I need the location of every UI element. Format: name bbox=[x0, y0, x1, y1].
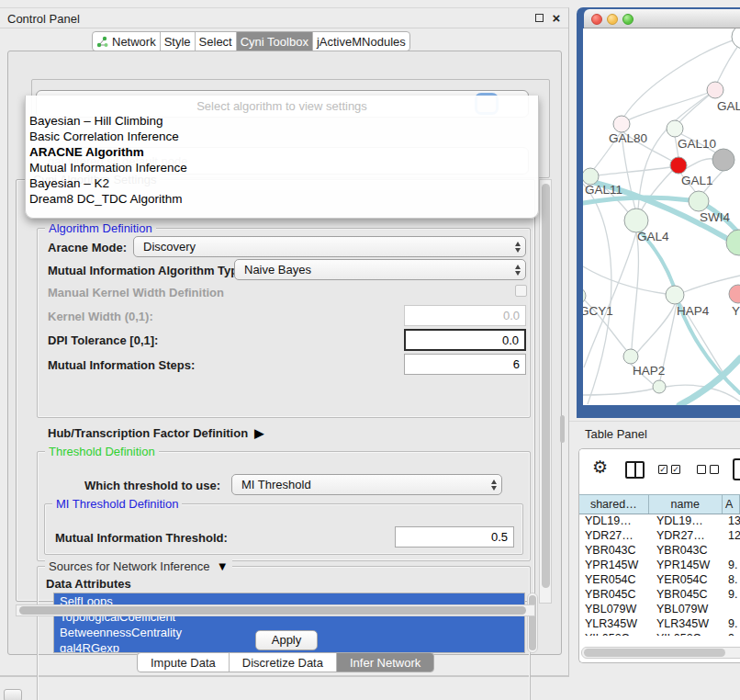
combo-stepper-icon bbox=[487, 475, 501, 494]
table-row[interactable]: YDR27…YDR27…12 bbox=[579, 529, 740, 544]
select-all-columns-icon[interactable]: ✓✓ bbox=[658, 465, 680, 474]
table-header-row: shared… name A bbox=[579, 494, 740, 514]
mi-threshold-field[interactable]: 0.5 bbox=[395, 526, 514, 548]
tab-infer-network[interactable]: Infer Network bbox=[337, 653, 433, 672]
dropdown-item[interactable]: Mutual Information Inference bbox=[26, 160, 538, 175]
chevron-right-icon[interactable]: ▶ bbox=[252, 426, 264, 440]
mac-zoom-icon[interactable] bbox=[622, 14, 633, 25]
dropdown-prompt: Select algorithm to view settings bbox=[26, 96, 538, 113]
gear-icon[interactable]: ⚙ bbox=[592, 457, 608, 478]
table-cell: YPR145W bbox=[656, 559, 724, 571]
column-header[interactable]: shared… bbox=[579, 495, 649, 514]
table-row[interactable]: YDL19…YDL19…13 bbox=[579, 514, 740, 529]
table-cell: YBR043C bbox=[656, 544, 724, 557]
node-label-gal11: GAL11 bbox=[585, 183, 622, 197]
tab-label: jActiveMNodules bbox=[317, 35, 406, 49]
node-gal10[interactable] bbox=[667, 120, 683, 137]
table-row[interactable]: YBR043CYBR043C bbox=[579, 544, 740, 559]
node-swi4[interactable] bbox=[689, 191, 709, 211]
control-panel-titlebar: Control Panel × bbox=[0, 8, 568, 28]
mi-threshold-label: Mutual Information Threshold: bbox=[55, 531, 228, 545]
table-row[interactable]: YBR045CYBR045C9. bbox=[579, 588, 740, 603]
tab-style[interactable]: Style bbox=[161, 32, 196, 51]
float-window-icon[interactable] bbox=[535, 13, 546, 24]
sources-group-title[interactable]: Sources for Network Inference ▼ bbox=[45, 559, 232, 573]
combo-stepper-icon bbox=[510, 237, 525, 256]
node-label-hap4: HAP4 bbox=[677, 304, 710, 318]
hub-definition-label[interactable]: Hub/Transcription Factor Definition ▶ bbox=[48, 426, 263, 440]
dropdown-item-list: Bayesian – Hill ClimbingBasic Correlatio… bbox=[26, 113, 538, 207]
dropdown-item[interactable]: Basic Correlation Inference bbox=[26, 129, 538, 144]
node-gray-node[interactable] bbox=[712, 149, 734, 171]
tab-discretize-data[interactable]: Discretize Data bbox=[230, 653, 337, 672]
table-cell: YER054C bbox=[585, 573, 653, 586]
tab-network[interactable]: Network bbox=[93, 32, 161, 51]
dpi-tolerance-label: DPI Tolerance [0,1]: bbox=[48, 333, 158, 347]
table-row[interactable]: YIL052CYIL052C9 bbox=[579, 632, 740, 636]
node-big-green-node[interactable] bbox=[726, 230, 740, 255]
panel-splitter-handle[interactable] bbox=[560, 415, 565, 443]
table-body: YDL19…YDL19…13YDR27…YDR27…12YBR043CYBR04… bbox=[579, 514, 740, 636]
settings-horizontal-scrollbar[interactable] bbox=[16, 604, 535, 616]
tab-select[interactable]: Select bbox=[196, 32, 237, 51]
network-canvas[interactable]: GALGAL80GAL10GAL1GAL11SWI4GAL4GCY1HAP4YH… bbox=[583, 28, 740, 405]
mac-close-icon[interactable] bbox=[591, 14, 602, 25]
node-label-pink-node: GAL bbox=[717, 99, 740, 113]
tab-impute-data[interactable]: Impute Data bbox=[138, 653, 230, 672]
table-horizontal-scrollbar[interactable] bbox=[581, 647, 740, 659]
deselect-all-columns-icon[interactable] bbox=[697, 465, 719, 474]
aracne-mode-combo[interactable]: Discovery bbox=[133, 236, 526, 257]
combo-stepper-icon bbox=[510, 260, 525, 279]
kernel-width-label: Kernel Width (0,1): bbox=[48, 310, 153, 323]
table-cell: 8. bbox=[728, 573, 740, 586]
application-root: Control Panel × NetworkStyleSelectCyni T… bbox=[0, 0, 740, 700]
apply-button[interactable]: Apply bbox=[255, 630, 318, 650]
table-row[interactable]: YPR145WYPR145W9. bbox=[579, 559, 740, 573]
node-gal1[interactable] bbox=[670, 157, 687, 174]
network-window-titlebar[interactable] bbox=[584, 9, 740, 28]
control-panel-title: Control Panel bbox=[7, 12, 80, 26]
column-header[interactable]: A bbox=[723, 495, 740, 514]
table-row[interactable]: YBL079WYBL079W bbox=[579, 603, 740, 617]
node-corner-node[interactable] bbox=[732, 28, 740, 49]
mi-algorithm-type-combo[interactable]: Naive Bayes bbox=[234, 259, 526, 280]
node-hap2[interactable] bbox=[623, 349, 638, 364]
settings-vertical-scrollbar[interactable] bbox=[539, 179, 552, 604]
table-row[interactable]: YER054CYER054C8. bbox=[579, 573, 740, 588]
dpi-tolerance-field[interactable]: 0.0 bbox=[404, 329, 526, 351]
close-icon[interactable]: × bbox=[551, 13, 562, 24]
table-cell: YBL079W bbox=[585, 603, 653, 615]
tab-cyni-toolbox[interactable]: Cyni Toolbox bbox=[237, 32, 313, 51]
mi-steps-field[interactable]: 6 bbox=[404, 354, 526, 375]
node-label-gal1: GAL1 bbox=[681, 174, 713, 187]
table-row[interactable]: YLR345WYLR345W9. bbox=[579, 617, 740, 632]
manual-kernel-checkbox[interactable] bbox=[515, 285, 527, 297]
node-label-gcy1: GCY1 bbox=[583, 304, 613, 318]
dropdown-item[interactable]: Bayesian – Hill Climbing bbox=[26, 113, 538, 129]
node-label-salmon-node: Y bbox=[732, 304, 740, 318]
node-gal80[interactable] bbox=[613, 116, 630, 132]
cyni-toolbox-panel: gal-filtered sif default node Select alg… bbox=[7, 51, 562, 655]
chevron-down-icon[interactable]: ▼ bbox=[213, 559, 228, 573]
dropdown-item[interactable]: ARACNE Algorithm bbox=[26, 144, 538, 160]
dropdown-item[interactable]: Bayesian – K2 bbox=[26, 175, 538, 191]
attributes-list-scrollbar[interactable] bbox=[527, 593, 538, 653]
dropdown-item[interactable]: Dream8 DC_TDC Algorithm bbox=[26, 191, 538, 207]
threshold-definition-title: Threshold Definition bbox=[45, 445, 159, 458]
node-salmon-node[interactable] bbox=[729, 285, 740, 303]
node-pink-node[interactable] bbox=[707, 82, 723, 98]
mac-minimize-icon[interactable] bbox=[607, 14, 618, 25]
node-hap4[interactable] bbox=[666, 286, 684, 304]
kernel-width-field[interactable]: 0.0 bbox=[404, 305, 526, 326]
node-small-node[interactable] bbox=[653, 380, 666, 393]
which-threshold-combo[interactable]: MI Threshold bbox=[231, 474, 502, 495]
document-icon[interactable] bbox=[733, 458, 740, 480]
column-header[interactable]: name bbox=[649, 495, 723, 514]
table-cell: YIL052C bbox=[585, 632, 653, 636]
collapsed-panel-button[interactable] bbox=[4, 689, 22, 700]
columns-icon[interactable] bbox=[625, 461, 645, 479]
table-cell: 9. bbox=[728, 559, 740, 571]
tab-jactivemnodules[interactable]: jActiveMNodules bbox=[313, 32, 409, 51]
manual-kernel-label: Manual Kernel Width Definition bbox=[48, 286, 224, 299]
tab-label: Network bbox=[112, 35, 156, 49]
